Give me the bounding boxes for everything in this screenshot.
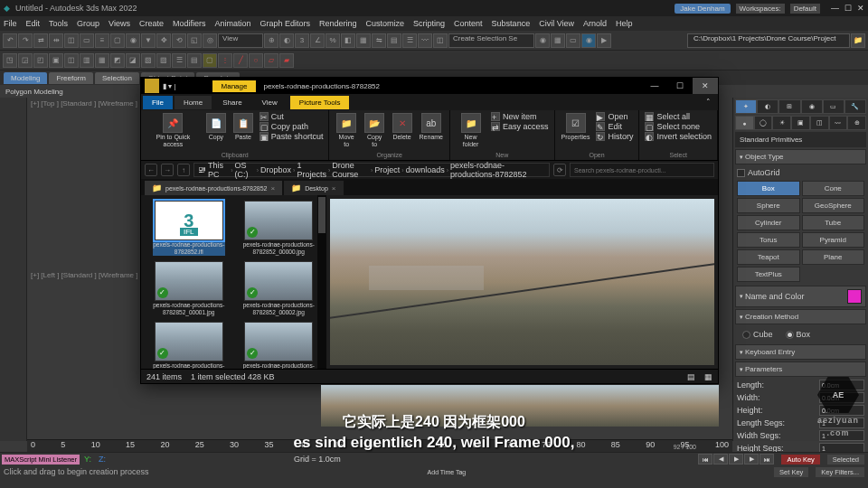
subobj-icon[interactable]: ▢ xyxy=(203,53,217,68)
ribbon-tab-freeform[interactable]: Freeform xyxy=(49,72,92,84)
copy-button[interactable]: 📄Copy xyxy=(203,112,229,142)
primitive-box[interactable]: Box xyxy=(737,181,800,196)
section-object-type[interactable]: Object Type xyxy=(735,149,866,164)
autogrid-checkbox[interactable]: AutoGrid xyxy=(735,166,866,179)
select-rect-icon[interactable]: ▢ xyxy=(110,33,125,48)
primitive-pyramid[interactable]: Pyramid xyxy=(802,232,865,248)
display-icon[interactable]: ▤ xyxy=(187,53,202,68)
view-thumbs-icon[interactable]: ▦ xyxy=(704,372,712,381)
nav-forward-icon[interactable]: → xyxy=(161,164,174,176)
copy-path-button[interactable]: ▢Copy path xyxy=(258,122,326,131)
pin-quick-access-button[interactable]: 📌Pin to Quick access xyxy=(145,112,202,149)
explorer-view-tab[interactable]: View xyxy=(253,96,287,109)
creation-box-radio[interactable]: Box xyxy=(784,328,813,341)
menu-content[interactable]: Content xyxy=(454,19,483,28)
open-button[interactable]: ▶Open xyxy=(594,112,635,121)
auto-key-button[interactable]: Auto Key xyxy=(781,455,819,465)
spinner-snap-icon[interactable]: ◧ xyxy=(341,33,355,48)
breadcrumb-segment[interactable]: downloads xyxy=(406,165,445,174)
file-grid[interactable]: 3IFLpexels-rodnae-productions-8782852.if… xyxy=(141,195,326,369)
unlink-icon[interactable]: ⇹ xyxy=(49,33,63,48)
primitive-dropdown[interactable]: Standard Primitives xyxy=(735,132,866,147)
minimize-icon[interactable]: — xyxy=(831,4,839,13)
menu-modifiers[interactable]: Modifiers xyxy=(173,19,206,28)
add-time-tag[interactable]: Add Time Tag xyxy=(428,469,467,475)
create-tab-icon[interactable]: ✦ xyxy=(735,99,757,114)
curve-editor-icon[interactable]: 〰 xyxy=(418,33,432,48)
element-icon[interactable]: ▰ xyxy=(279,53,294,68)
explorer-close-icon[interactable]: ✕ xyxy=(693,78,718,94)
menu-scripting[interactable]: Scripting xyxy=(413,19,445,28)
file-item[interactable]: pexels-rodnae-productions-8782852_00000.… xyxy=(237,201,322,256)
move-icon[interactable]: ✥ xyxy=(156,33,171,48)
delete-button[interactable]: ✕Delete xyxy=(390,112,415,142)
pivot-icon[interactable]: ⊕ xyxy=(264,33,278,48)
primitive-textplus[interactable]: TextPlus xyxy=(737,267,800,282)
refresh-icon[interactable]: ⟳ xyxy=(553,164,566,176)
create-category-tabs[interactable]: ● ◯ ☀ ▣ ◫ 〰 ⊕ xyxy=(735,116,866,130)
nav-back-icon[interactable]: ← xyxy=(145,164,157,176)
menu-views[interactable]: Views xyxy=(108,19,130,28)
mirror-icon[interactable]: ⇋ xyxy=(372,33,386,48)
edit-button[interactable]: ✎Edit xyxy=(594,122,635,131)
breadcrumb-segment[interactable]: Dropbox xyxy=(260,165,291,174)
paste-shortcut-button[interactable]: ▣Paste shortcut xyxy=(258,132,326,141)
tool-icon[interactable]: ◪ xyxy=(126,53,140,68)
geometry-icon[interactable]: ● xyxy=(735,116,754,130)
key-filters-button[interactable]: Key Filters... xyxy=(816,467,864,477)
set-key-button[interactable]: Set Key xyxy=(774,467,808,477)
section-creation-method[interactable]: Creation Method xyxy=(735,309,866,324)
explorer-picture-tools-tab[interactable]: Picture Tools xyxy=(290,96,350,109)
select-icon[interactable]: ▭ xyxy=(80,33,94,48)
easy-access-button[interactable]: ⇄Easy access xyxy=(489,122,551,131)
select-paint-icon[interactable]: ◉ xyxy=(126,33,140,48)
folder-tab[interactable]: 📁 pexels-rodnae-productions-8782852 × xyxy=(145,181,282,195)
tool-icon[interactable]: ▨ xyxy=(156,53,171,68)
section-keyboard-entry[interactable]: Keyboard Entry xyxy=(735,344,866,360)
menu-substance[interactable]: Substance xyxy=(492,19,531,28)
explorer-maximize-icon[interactable]: ☐ xyxy=(667,78,693,94)
tool-icon[interactable]: ◳ xyxy=(3,53,17,68)
file-item[interactable]: pexels-rodnae-productions-8782852_00003.… xyxy=(146,322,231,369)
manip-icon[interactable]: ◐ xyxy=(279,33,294,48)
undo-icon[interactable]: ↶ xyxy=(3,33,17,48)
maximize-icon[interactable]: ☐ xyxy=(844,4,852,13)
select-all-button[interactable]: ▦Select all xyxy=(643,112,713,121)
cameras-icon[interactable]: ▣ xyxy=(791,116,810,130)
file-grid-scrollbar[interactable] xyxy=(317,195,326,369)
primitive-tube[interactable]: Tube xyxy=(802,215,865,230)
place-icon[interactable]: ◎ xyxy=(203,33,217,48)
angle-snap-icon[interactable]: ∠ xyxy=(310,33,325,48)
named-set-icon[interactable]: ▦ xyxy=(356,33,371,48)
primitive-cone[interactable]: Cone xyxy=(802,181,865,196)
material-editor-icon[interactable]: ◉ xyxy=(535,33,550,48)
render-frame-icon[interactable]: ▭ xyxy=(566,33,580,48)
spacewarps-icon[interactable]: 〰 xyxy=(829,116,848,130)
cut-button[interactable]: ✂Cut xyxy=(258,112,326,121)
file-item[interactable]: 3IFLpexels-rodnae-productions-8782852.if… xyxy=(146,201,231,256)
breadcrumb-segment[interactable]: pexels-rodnae-productions-8782852 xyxy=(450,161,545,179)
tool-icon[interactable]: ▦ xyxy=(95,53,109,68)
explorer-file-tab[interactable]: File xyxy=(143,96,173,109)
primitive-plane[interactable]: Plane xyxy=(802,249,865,265)
redo-icon[interactable]: ↷ xyxy=(18,33,33,48)
primitive-sphere[interactable]: Sphere xyxy=(737,198,800,213)
object-color-swatch[interactable] xyxy=(847,289,862,304)
hierarchy-tab-icon[interactable]: ⊞ xyxy=(778,99,800,114)
ribbon-collapse-icon[interactable]: ˄ xyxy=(701,98,716,107)
breadcrumb-segment[interactable]: Drone Course xyxy=(332,161,369,179)
maxscript-listener[interactable]: MAXScript Mini Listener xyxy=(2,455,80,465)
move-to-button[interactable]: 📁Move to xyxy=(333,112,359,149)
border-icon[interactable]: ○ xyxy=(249,53,263,68)
menu-customize[interactable]: Customize xyxy=(366,19,405,28)
primitive-teapot[interactable]: Teapot xyxy=(737,249,800,265)
explorer-titlebar[interactable]: ▮ ▾ | Manage pexels-rodnae-productions-8… xyxy=(141,78,718,94)
menu-tools[interactable]: Tools xyxy=(49,19,68,28)
helpers-icon[interactable]: ◫ xyxy=(810,116,829,130)
align-icon[interactable]: ▤ xyxy=(387,33,401,48)
new-item-button[interactable]: +New item xyxy=(489,112,551,121)
lights-icon[interactable]: ☀ xyxy=(772,116,791,130)
file-item[interactable]: pexels-rodnae-productions-8782852_00004.… xyxy=(237,322,322,369)
percent-snap-icon[interactable]: % xyxy=(326,33,340,48)
copy-to-button[interactable]: 📂Copy to xyxy=(362,112,388,149)
